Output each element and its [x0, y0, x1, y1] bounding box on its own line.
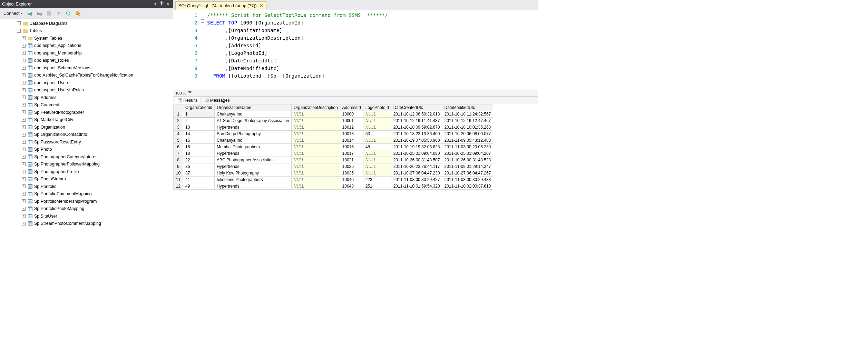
cell[interactable]: 41	[183, 177, 215, 183]
row-number[interactable]: 10	[174, 170, 183, 177]
tree-node[interactable]: +Sp.MarketTargetCity	[1, 116, 173, 124]
row-header-blank[interactable]	[174, 104, 183, 111]
filter-icon[interactable]	[55, 10, 62, 17]
expand-icon[interactable]: +	[22, 51, 26, 55]
cell[interactable]: NULL	[363, 163, 391, 170]
tree-node[interactable]: +dbo.aspnet_SchemaVersions	[1, 64, 173, 72]
cell[interactable]: NULL	[291, 118, 340, 124]
cell[interactable]: folioblend Photographers	[215, 177, 291, 183]
tree-scroll[interactable]: +Database Diagrams−Tables+System Tables+…	[0, 19, 173, 232]
close-icon[interactable]: ✕	[260, 3, 263, 8]
row-number[interactable]: 6	[174, 144, 183, 150]
cell[interactable]: 2011-10-12 06:50:32.013	[391, 111, 442, 118]
fold-icon[interactable]: −	[201, 19, 204, 23]
cell[interactable]: 2011-11-10 01:59:54.320	[391, 183, 442, 190]
cell[interactable]: 2011-10-12 19:11:41.437	[391, 118, 442, 124]
cell[interactable]: NULL	[291, 131, 340, 137]
column-header[interactable]: OrganizationDescription	[291, 104, 340, 111]
expand-icon[interactable]: +	[22, 148, 26, 151]
cell[interactable]: NULL	[363, 124, 391, 131]
table-row[interactable]: 1249HypertrendsNULL100482512011-11-10 01…	[174, 183, 493, 190]
table-row[interactable]: 822ABC Photographer AssociationNULL10021…	[174, 157, 493, 163]
tree-node[interactable]: +System Tables	[1, 34, 173, 42]
cell[interactable]: NULL	[291, 111, 340, 118]
cell[interactable]: 2011-11-10 02:00:37.610	[442, 183, 493, 190]
connect-button[interactable]: Connect	[2, 10, 24, 17]
zoom-value[interactable]: 100 %	[175, 91, 186, 95]
cell[interactable]: 16	[183, 144, 215, 150]
expand-icon[interactable]: +	[22, 88, 26, 92]
close-icon[interactable]: ✕	[165, 1, 171, 7]
cell[interactable]: 36	[183, 163, 215, 170]
expand-icon[interactable]: +	[22, 222, 26, 225]
cell[interactable]: Hypertrends	[215, 163, 291, 170]
expand-icon[interactable]: +	[17, 21, 21, 25]
cell[interactable]: 10014	[340, 137, 363, 144]
expand-icon[interactable]: −	[17, 29, 21, 33]
cell[interactable]: NULL	[363, 157, 391, 163]
expand-icon[interactable]: +	[22, 125, 26, 129]
results-grid-wrap[interactable]: OrganizationIdOrganizationNameOrganizati…	[173, 104, 538, 232]
code-area[interactable]: /****** Script for SelectTopNRows comman…	[206, 10, 538, 90]
tree-node[interactable]: +Sp.Organization	[1, 123, 173, 131]
expand-icon[interactable]: +	[22, 96, 26, 99]
cell[interactable]: 2011-11-09 01:28:14.247	[442, 163, 493, 170]
cell[interactable]: 2011-10-26 00:31:43.523	[442, 157, 493, 163]
tree-node[interactable]: +Sp.OrganizationContactInfo	[1, 131, 173, 139]
expand-icon[interactable]: +	[22, 59, 26, 62]
expand-icon[interactable]: +	[22, 66, 26, 70]
cell[interactable]: Chaitanya Inc	[215, 137, 291, 144]
row-number[interactable]: 11	[174, 177, 183, 183]
cell[interactable]: NULL	[363, 118, 391, 124]
tree-node[interactable]: +Sp.PortfolioPhotoMapping	[1, 205, 173, 213]
row-number[interactable]: 8	[174, 157, 183, 163]
table-row[interactable]: 313HypertrendsNULL10012NULL2011-10-18 09…	[174, 124, 493, 131]
expand-icon[interactable]: +	[22, 36, 26, 40]
tree-node[interactable]: +dbo.aspnet_Applications	[1, 42, 173, 50]
cell[interactable]: Hypertrends	[215, 183, 291, 190]
cell[interactable]: 10035	[340, 163, 363, 170]
row-number[interactable]: 5	[174, 137, 183, 144]
tree-node[interactable]: +Sp.PortfolioCommentMapping	[1, 190, 173, 198]
tab-results[interactable]: Results	[175, 97, 201, 104]
tree-node[interactable]: +Sp.FeaturedPhotographer	[1, 109, 173, 116]
refresh-icon[interactable]	[65, 10, 72, 17]
cell[interactable]: 2011-10-12 19:12:47.467	[442, 118, 493, 124]
table-row[interactable]: 1141folioblend PhotographersNULL10040223…	[174, 177, 493, 183]
cell[interactable]: Hypertrends	[215, 124, 291, 131]
cell[interactable]: 223	[363, 177, 391, 183]
cell[interactable]: 37	[183, 170, 215, 177]
cell[interactable]: 18	[183, 150, 215, 157]
cell[interactable]: Chaitanya Inc	[215, 111, 291, 118]
cell[interactable]: Holy Kow Photography	[215, 170, 291, 177]
expand-icon[interactable]: +	[22, 81, 26, 84]
cell[interactable]: San Diego Photography	[215, 131, 291, 137]
table-row[interactable]: 22A1 San Diego Photography AssociationNU…	[174, 118, 493, 124]
cell[interactable]: 10000	[340, 111, 363, 118]
tree-node[interactable]: +Database Diagrams	[1, 20, 173, 27]
expand-icon[interactable]: +	[22, 140, 26, 144]
disconnect-db-icon[interactable]	[36, 10, 43, 17]
connect-db-icon[interactable]	[26, 10, 33, 17]
cell[interactable]: 63	[363, 131, 391, 137]
tree-node[interactable]: +Sp.Portfolio	[1, 183, 173, 190]
dropdown-icon[interactable]: ▾	[152, 1, 158, 7]
cell[interactable]: 48	[363, 144, 391, 150]
cell[interactable]: 10036	[340, 170, 363, 177]
expand-icon[interactable]: +	[22, 207, 26, 211]
cell[interactable]: Mumbai Photographers	[215, 144, 291, 150]
expand-icon[interactable]: +	[22, 177, 26, 181]
expand-icon[interactable]: +	[22, 192, 26, 196]
row-number[interactable]: 3	[174, 124, 183, 131]
doc-tab-sqlquery1[interactable]: SQLQuery1.sql - 74...ioblend (anup (77))…	[175, 1, 266, 10]
column-header[interactable]: AddressId	[340, 104, 363, 111]
column-header[interactable]: OrganizationId	[183, 104, 215, 111]
column-header[interactable]: OrganizationName	[215, 104, 291, 111]
tree-node[interactable]: +Sp.PortfolioMembershipProgram	[1, 198, 173, 205]
cell[interactable]: 2011-10-27 06:04:47.230	[391, 170, 442, 177]
cell[interactable]: A1 San Diego Photography Association	[215, 118, 291, 124]
zoom-dropdown-icon[interactable]	[188, 91, 192, 95]
expand-icon[interactable]: +	[22, 118, 26, 122]
expand-icon[interactable]: +	[22, 155, 26, 159]
cell[interactable]: NULL	[363, 170, 391, 177]
